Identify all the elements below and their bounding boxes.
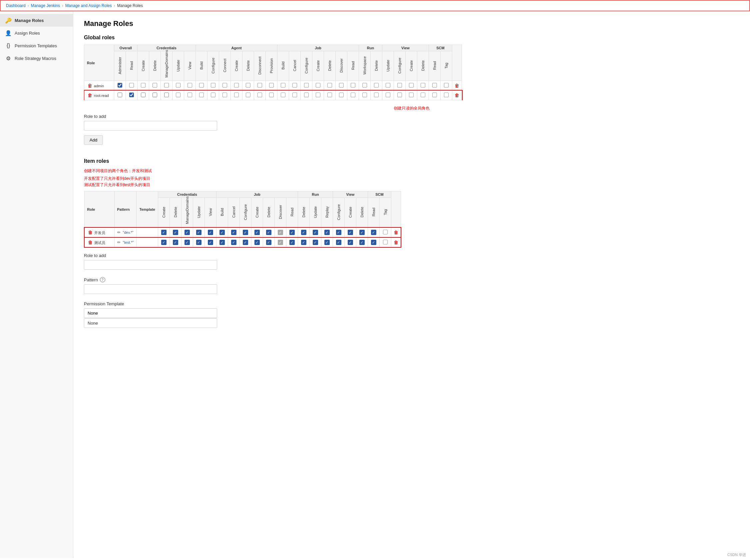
breadcrumb-manage-assign-roles[interactable]: Manage and Assign Roles xyxy=(65,3,112,8)
dev-job-read-check[interactable]: ✓ xyxy=(290,230,295,235)
col-view-configure: Configure xyxy=(394,51,406,81)
item-col-view-read: Read xyxy=(368,198,379,228)
test-job-cancel-check[interactable]: ✓ xyxy=(231,240,236,245)
sidebar-item-assign-roles[interactable]: 👤 Assign Roles xyxy=(0,27,73,39)
dev-view-read-check[interactable]: ✓ xyxy=(371,230,376,235)
dev-job-create-check[interactable]: ✓ xyxy=(254,230,260,235)
col-run: Run xyxy=(359,45,382,51)
dev-job-configure-check[interactable]: ✓ xyxy=(243,230,248,235)
dev-job-delete-check[interactable]: ✓ xyxy=(266,230,272,235)
test-job-build-check[interactable]: ✓ xyxy=(219,240,225,245)
role-to-add-input[interactable] xyxy=(84,121,217,131)
permission-template-input[interactable] xyxy=(84,308,217,318)
dev-scm-tag-check[interactable] xyxy=(383,230,388,234)
sidebar-label-assign-roles: Assign Roles xyxy=(15,31,40,36)
dev-job-cancel-check[interactable]: ✓ xyxy=(231,230,236,235)
dev-cred-update-check[interactable]: ✓ xyxy=(196,230,201,235)
table-row-root-read: 🗑 root-read xyxy=(84,91,462,100)
col-job-build: Build xyxy=(277,51,289,81)
test-job-delete-check[interactable]: ✓ xyxy=(266,240,272,245)
delete-admin-btn2[interactable]: 🗑 xyxy=(454,82,460,89)
item-col-role: Role xyxy=(84,192,114,228)
dev-run-update-check[interactable]: ✓ xyxy=(313,230,318,235)
delete-developer-button[interactable]: 🗑 xyxy=(87,229,93,236)
checkbox-rootread-cred-manage[interactable] xyxy=(164,93,169,97)
test-scm-tag-check[interactable] xyxy=(383,240,388,244)
dev-run-replay-check[interactable]: ✓ xyxy=(324,230,330,235)
dev-view-create-check[interactable]: ✓ xyxy=(348,230,353,235)
pattern-help-icon[interactable]: ? xyxy=(100,277,105,282)
test-job-create-check[interactable]: ✓ xyxy=(254,240,260,245)
add-role-button[interactable]: Add xyxy=(84,135,103,145)
dev-view-configure-check[interactable]: ✓ xyxy=(336,230,341,235)
item-col-job: Job xyxy=(216,192,298,198)
dev-view-delete-check[interactable]: ✓ xyxy=(359,230,365,235)
item-col-job-delete: Delete xyxy=(263,198,274,228)
breadcrumb-manage-jenkins[interactable]: Manage Jenkins xyxy=(31,3,60,8)
item-col-job-configure: Configure xyxy=(239,198,251,228)
checkbox-admin-administer[interactable] xyxy=(118,83,122,87)
test-cred-manage-check[interactable]: ✓ xyxy=(184,240,190,245)
delete-admin-button[interactable]: 🗑 xyxy=(87,82,93,89)
pattern-input[interactable] xyxy=(84,284,217,294)
dev-cred-manage-check[interactable]: ✓ xyxy=(184,230,190,235)
delete-tester-button[interactable]: 🗑 xyxy=(87,239,93,246)
checkbox-rootread-cred-delete[interactable] xyxy=(153,93,157,97)
delete-root-read-button[interactable]: 🗑 xyxy=(87,92,93,99)
test-view-delete-check[interactable]: ✓ xyxy=(359,240,365,245)
test-cred-update-check[interactable]: ✓ xyxy=(196,240,201,245)
page-title: Manage Roles xyxy=(84,19,739,28)
dev-job-discover-check[interactable]: ✓ xyxy=(278,230,283,235)
item-col-cred-create: Create xyxy=(158,198,170,228)
test-job-configure-check[interactable]: ✓ xyxy=(243,240,248,245)
delete-root-read-btn2[interactable]: 🗑 xyxy=(454,92,460,99)
item-col-job-create: Create xyxy=(251,198,263,228)
dev-cred-create-check[interactable]: ✓ xyxy=(161,230,166,235)
test-run-update-check[interactable]: ✓ xyxy=(313,240,318,245)
checkbox-rootread-cred-create[interactable] xyxy=(141,93,145,97)
item-col-job-discover: Discover xyxy=(274,198,286,228)
test-cred-create-check[interactable]: ✓ xyxy=(161,240,166,245)
test-cred-view-check[interactable]: ✓ xyxy=(208,240,213,245)
item-col-job-read: Read xyxy=(286,198,298,228)
dev-cred-view-check[interactable]: ✓ xyxy=(208,230,213,235)
dev-run-delete-check[interactable]: ✓ xyxy=(301,230,307,235)
test-run-delete-check[interactable]: ✓ xyxy=(301,240,307,245)
item-roles-heading: Item roles xyxy=(84,158,739,164)
item-col-run-update: Update xyxy=(309,198,321,228)
col-job-create: Create xyxy=(312,51,324,81)
test-view-configure-check[interactable]: ✓ xyxy=(336,240,341,245)
item-role-to-add-input[interactable] xyxy=(84,260,217,270)
test-job-read-check[interactable]: ✓ xyxy=(290,240,295,245)
dev-cred-delete-check[interactable]: ✓ xyxy=(173,230,178,235)
role-name-developer: 🗑 开发员 xyxy=(84,227,114,237)
delete-developer-btn2[interactable]: 🗑 xyxy=(393,229,399,236)
admin-administer[interactable] xyxy=(114,81,126,91)
checkbox-rootread-administer[interactable] xyxy=(118,93,122,97)
sidebar-item-role-strategy-macros[interactable]: ⚙ Role Strategy Macros xyxy=(0,52,73,65)
col-job-read: Read xyxy=(347,51,359,81)
col-job-workspace: Workspace xyxy=(359,51,371,81)
global-roles-table-wrapper: Role Overall Credentials Agent Job Run V… xyxy=(84,45,739,100)
edit-developer-icon[interactable]: ✏ xyxy=(117,230,121,235)
col-read-overall: Read xyxy=(126,51,138,81)
role-strategy-macros-icon: ⚙ xyxy=(5,55,11,61)
checkbox-rootread-read[interactable] xyxy=(129,93,134,97)
sidebar-item-manage-roles[interactable]: 🔑 Manage Roles xyxy=(0,14,73,27)
test-view-read-check[interactable]: ✓ xyxy=(371,240,376,245)
col-scm: SCM xyxy=(429,45,452,51)
sidebar-item-permission-templates[interactable]: {} Permission Templates xyxy=(0,39,73,52)
test-job-discover-check[interactable]: ✓ xyxy=(278,240,283,245)
delete-tester-btn2[interactable]: 🗑 xyxy=(393,239,399,246)
edit-tester-icon[interactable]: ✏ xyxy=(117,240,121,245)
item-role-to-add-label: Role to add xyxy=(84,253,739,258)
item-annotation-2: 开发配置了只允许看到dev开头的项目 xyxy=(84,176,739,181)
breadcrumb-dashboard[interactable]: Dashboard xyxy=(6,3,26,8)
test-cred-delete-check[interactable]: ✓ xyxy=(173,240,178,245)
item-col-scm-tag: Tag xyxy=(379,198,391,228)
table-row-developer: 🗑 开发员 ✏ "dev.*" ✓ ✓ ✓ xyxy=(84,227,401,237)
sidebar: 🔑 Manage Roles 👤 Assign Roles {} Permiss… xyxy=(0,11,73,558)
dev-job-build-check[interactable]: ✓ xyxy=(219,230,225,235)
test-view-create-check[interactable]: ✓ xyxy=(348,240,353,245)
test-run-replay-check[interactable]: ✓ xyxy=(324,240,330,245)
